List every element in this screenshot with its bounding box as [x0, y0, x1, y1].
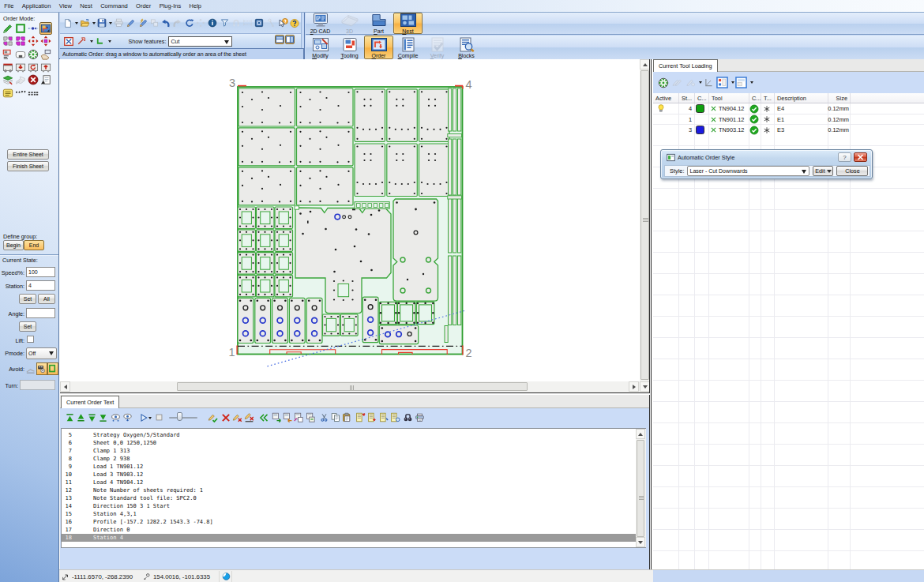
redo-icon[interactable] [172, 17, 183, 30]
new-file-icon[interactable] [62, 17, 73, 30]
block-unload-icon[interactable] [39, 61, 52, 73]
set-angle-button[interactable]: Set [19, 321, 36, 332]
stage-blocks[interactable]: Blocks [452, 36, 481, 59]
module-2d-cad[interactable]: 2D CAD [306, 13, 335, 34]
insert-before-icon[interactable] [355, 411, 366, 423]
text-vscrollbar[interactable] [636, 429, 646, 547]
stage-modify[interactable]: Modify [306, 36, 335, 59]
order-identical-parts-icon[interactable] [14, 35, 27, 47]
order-line-12[interactable]: 12Note Number of sheets required: 1 [62, 486, 636, 494]
receive-icon[interactable] [305, 411, 315, 423]
export-icon[interactable] [283, 411, 293, 423]
column-header-certified[interactable]: C... [749, 93, 761, 103]
column-header-size[interactable]: Size [828, 93, 851, 103]
menu-application[interactable]: Application [18, 1, 55, 11]
scroll-right-arrow[interactable] [629, 381, 639, 392]
order-line-9[interactable]: 9Load 1 TN901.12 [62, 463, 636, 471]
column-header-active[interactable]: Active [653, 93, 679, 103]
snap-points-icon[interactable] [196, 17, 207, 30]
order-line-8[interactable]: 8Clamp 2 938 [62, 455, 636, 463]
open-icon[interactable] [80, 17, 91, 30]
track-cursor-icon-dropdown[interactable] [88, 35, 94, 47]
find-block-icon[interactable] [390, 411, 400, 423]
stage-order[interactable]: Order [364, 36, 393, 59]
order-move-part-icon[interactable] [39, 35, 52, 47]
block-rotate-icon[interactable] [27, 61, 39, 73]
dialog-help-button[interactable]: ? [838, 152, 851, 162]
track-cursor-icon[interactable] [76, 35, 88, 47]
filter-icon[interactable] [219, 17, 230, 30]
lift-checkbox[interactable] [27, 336, 34, 343]
profile-start-icon-dropdown[interactable] [107, 35, 113, 47]
stage-compile[interactable]: Compile [393, 36, 423, 59]
order-text-area[interactable]: 5Strategy Oxygen/5/Standard6Sheet 0,0 12… [61, 428, 646, 548]
order-tool-list-icon[interactable] [2, 48, 14, 61]
slider-thumb[interactable] [177, 412, 182, 421]
nest-drawing[interactable]: 3412 [60, 59, 640, 381]
order-line-5[interactable]: 5Strategy Oxygen/5/Standard [62, 431, 636, 439]
tab-current-order-text[interactable]: Current Order Text [61, 396, 119, 408]
stage-tooling[interactable]: Tooling [335, 36, 364, 59]
split-vertical-button[interactable] [285, 35, 295, 44]
order-line-6[interactable]: 6Sheet 0,0 1250,1250 [62, 439, 636, 447]
speed-input[interactable]: 100 [26, 267, 55, 277]
avoid-camera-icon[interactable] [36, 362, 47, 375]
text-scroll-down[interactable] [636, 537, 645, 547]
station-input[interactable]: 4 [26, 280, 55, 291]
nest-canvas[interactable]: 3412 [60, 59, 650, 392]
split-horizontal-button[interactable] [275, 35, 284, 44]
help-icon[interactable] [289, 17, 300, 30]
order-line-13[interactable]: 13Note Standard tool file: SPC2.0 [62, 494, 636, 502]
angle-sort-icon[interactable] [703, 76, 715, 89]
pmode-select[interactable]: Off [26, 347, 57, 359]
tool-row-TN904.12[interactable]: 4TN904.12E40.12mm [653, 103, 924, 115]
edit-tools-icon[interactable] [670, 76, 682, 89]
magnet-icon[interactable] [231, 17, 242, 30]
speed-slider[interactable] [169, 412, 197, 423]
collapse-icon[interactable] [258, 411, 269, 423]
send-icon[interactable] [293, 411, 303, 423]
order-line-7[interactable]: 7Clamp 1 313 [62, 447, 636, 455]
dimension-icon[interactable] [242, 17, 254, 30]
color-grid-icon[interactable] [716, 76, 728, 89]
stage-verify[interactable]: Verify [423, 36, 452, 59]
order-move-icon[interactable] [27, 35, 39, 47]
order-part-icon[interactable] [14, 22, 27, 35]
view-3d-icon[interactable] [14, 73, 27, 86]
menu-plugins[interactable]: Plug-Ins [156, 1, 186, 11]
edit-delete-all-icon[interactable] [244, 411, 254, 423]
edit-button[interactable]: Edit [813, 166, 833, 176]
close-button[interactable]: Close [836, 166, 868, 176]
insert-after-icon[interactable] [367, 411, 377, 423]
new-file-icon-dropdown[interactable] [74, 17, 80, 29]
menu-view[interactable]: View [55, 1, 76, 11]
hscroll-thumb[interactable] [177, 382, 528, 391]
info-icon[interactable] [207, 17, 218, 30]
find-icon[interactable] [403, 411, 413, 423]
order-line-17[interactable]: 17Direction 0 [62, 526, 636, 534]
color-grid-icon-dropdown[interactable] [730, 77, 735, 89]
avoid-square-icon[interactable] [47, 362, 58, 375]
copy-icon[interactable] [330, 411, 340, 423]
undo-icon[interactable] [160, 17, 171, 30]
order-single-icon[interactable] [2, 22, 14, 35]
finish-sheet-button[interactable]: Finish Sheet [7, 161, 49, 171]
text-scroll-thumb[interactable] [637, 440, 644, 537]
dialog-title-bar[interactable]: Automatic Order Style [667, 153, 734, 162]
turn-input[interactable] [20, 380, 55, 390]
order-sequence-icon[interactable] [27, 22, 39, 35]
menu-order[interactable]: Order [132, 1, 155, 11]
grid-icon[interactable] [27, 87, 39, 100]
tool-row-TN903.12[interactable]: 3TN903.12E30.12mm [653, 125, 924, 136]
show-current-icon[interactable] [122, 411, 133, 423]
save-icon[interactable] [96, 17, 107, 30]
order-line-18[interactable]: 18Station 4 [62, 534, 636, 542]
go-top-icon[interactable] [65, 411, 75, 423]
delete-line-icon[interactable] [220, 411, 231, 423]
menu-command[interactable]: Command [96, 1, 132, 11]
measure-icon[interactable] [265, 17, 276, 30]
delete-order-icon[interactable] [27, 73, 39, 86]
horizontal-splitter[interactable] [60, 392, 650, 395]
context-help-icon[interactable] [277, 17, 288, 30]
order-line-14[interactable]: 14Direction 150 3 1 Start [62, 502, 636, 510]
